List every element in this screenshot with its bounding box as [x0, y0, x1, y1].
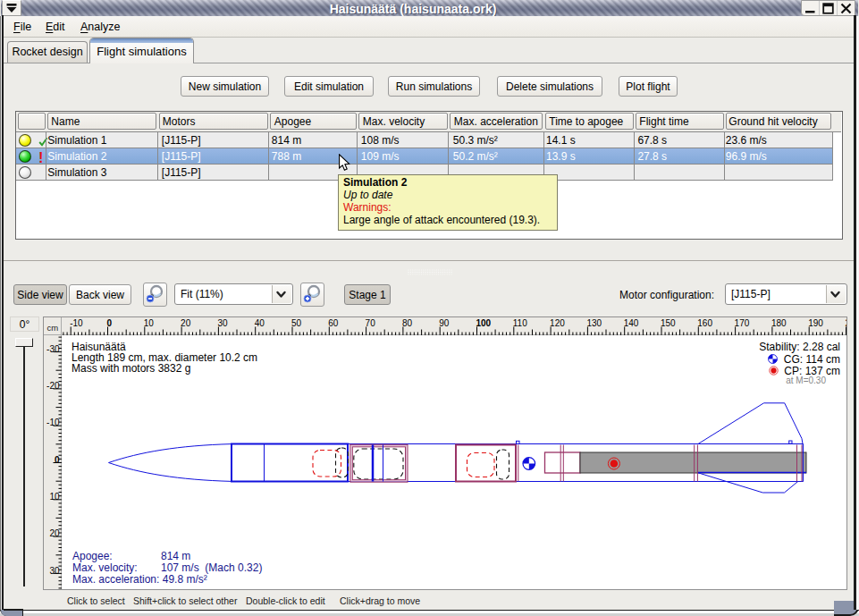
svg-text:30: 30	[49, 566, 60, 576]
svg-text:120: 120	[550, 318, 565, 328]
svg-text:110: 110	[513, 318, 527, 328]
svg-text:20: 20	[181, 318, 191, 328]
svg-text:-10: -10	[70, 318, 83, 328]
svg-text:-20: -20	[46, 381, 60, 391]
svg-text:150: 150	[661, 318, 676, 328]
svg-text:-10: -10	[46, 418, 60, 427]
svg-text:0: 0	[107, 318, 113, 328]
svg-text:10: 10	[49, 492, 60, 502]
svg-text:140: 140	[624, 318, 639, 328]
svg-text:50: 50	[291, 318, 302, 328]
svg-text:40: 40	[255, 318, 265, 328]
svg-text:160: 160	[697, 318, 712, 328]
svg-text:130: 130	[586, 318, 602, 328]
svg-text:180: 180	[771, 318, 787, 328]
svg-text:20: 20	[49, 528, 60, 538]
svg-text:190: 190	[808, 318, 823, 328]
svg-text:30: 30	[217, 318, 228, 328]
svg-text:200: 200	[846, 318, 847, 328]
svg-text:0: 0	[55, 455, 60, 465]
svg-text:170: 170	[735, 318, 750, 328]
svg-text:90: 90	[439, 318, 450, 328]
svg-text:-30: -30	[46, 344, 60, 354]
svg-text:10: 10	[144, 318, 155, 328]
svg-text:60: 60	[328, 318, 339, 328]
svg-text:80: 80	[402, 318, 413, 328]
svg-text:70: 70	[366, 318, 376, 328]
svg-text:100: 100	[476, 318, 492, 328]
